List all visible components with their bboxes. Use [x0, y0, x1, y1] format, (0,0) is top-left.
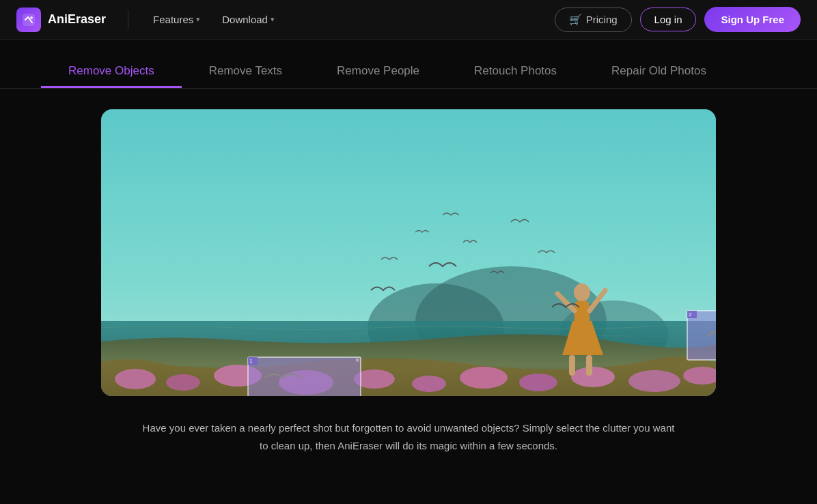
svg-text:2: 2: [689, 311, 692, 318]
signup-button[interactable]: Sign Up Free: [704, 7, 801, 32]
svg-point-1: [30, 16, 33, 19]
svg-point-19: [574, 283, 590, 301]
demo-section: 1 × 2 ×: [0, 89, 817, 412]
nav-download[interactable]: Download ▾: [214, 8, 283, 31]
tab-remove-objects[interactable]: Remove Objects: [41, 56, 182, 88]
svg-point-14: [519, 374, 557, 391]
svg-point-8: [166, 374, 200, 391]
tab-remove-texts[interactable]: Remove Texts: [182, 56, 309, 88]
description-text: Have you ever taken a nearly perfect sho…: [142, 419, 675, 454]
svg-point-15: [571, 367, 615, 387]
demo-image: 1 × 2 ×: [101, 109, 716, 396]
nav: Features ▾ Download ▾: [145, 8, 555, 31]
svg-point-12: [412, 376, 446, 392]
svg-text:1: 1: [249, 358, 253, 364]
tabs-list: Remove Objects Remove Texts Remove Peopl…: [41, 56, 776, 88]
header: AniEraser Features ▾ Download ▾ 🛒 Pricin…: [0, 0, 817, 40]
tabs-section: Remove Objects Remove Texts Remove Peopl…: [0, 40, 817, 89]
logo-area[interactable]: AniEraser: [16, 8, 106, 32]
main-content: Remove Objects Remove Texts Remove Peopl…: [0, 40, 817, 481]
svg-point-13: [460, 367, 508, 389]
svg-text:×: ×: [355, 356, 359, 364]
svg-rect-22: [569, 355, 575, 376]
tab-retouch-photos[interactable]: Retouch Photos: [447, 56, 584, 88]
features-chevron-icon: ▾: [196, 15, 200, 24]
demo-frame: 1 × 2 ×: [101, 109, 716, 396]
svg-point-16: [628, 370, 680, 392]
download-chevron-icon: ▾: [271, 15, 275, 24]
pricing-button[interactable]: 🛒 Pricing: [555, 8, 632, 32]
tab-repair-photos[interactable]: Repair Old Photos: [584, 56, 734, 88]
cart-icon: 🛒: [569, 14, 582, 26]
login-button[interactable]: Log in: [640, 8, 697, 31]
logo-icon: [16, 8, 41, 32]
header-divider: [128, 10, 128, 29]
svg-rect-23: [586, 355, 592, 376]
svg-point-7: [115, 369, 156, 389]
tab-remove-people[interactable]: Remove People: [309, 56, 447, 88]
svg-rect-0: [23, 14, 35, 26]
svg-rect-24: [248, 357, 361, 396]
header-actions: 🛒 Pricing Log in Sign Up Free: [555, 7, 801, 32]
logo-name: AniEraser: [48, 12, 106, 27]
description-section: Have you ever taken a nearly perfect sho…: [0, 412, 817, 454]
nav-features[interactable]: Features ▾: [145, 8, 208, 31]
